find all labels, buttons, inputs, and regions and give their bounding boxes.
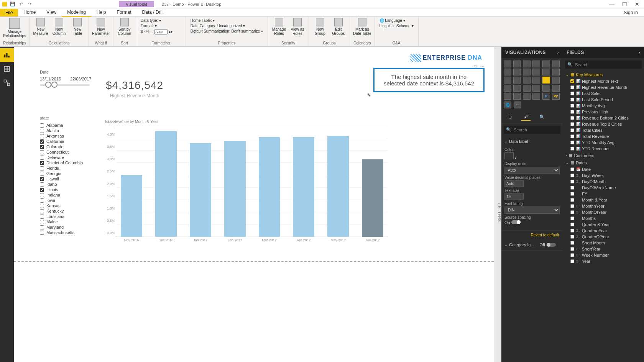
sign-in-link[interactable]: Sign in (624, 10, 644, 15)
field-checkbox[interactable] (570, 235, 574, 239)
field-table-header[interactable]: ⌄ ▦ Dates (563, 159, 644, 166)
viz-type-icon[interactable] (513, 93, 521, 100)
minimize-icon[interactable]: — (609, 1, 614, 7)
analytics-tab-icon[interactable]: 🔍 (537, 113, 547, 121)
new-table-button[interactable]: New Table (69, 18, 85, 36)
viz-pane-header[interactable]: VISUALIZATIONS› (501, 47, 563, 58)
chart-bar[interactable]: Jan 2017 (190, 143, 211, 237)
viz-type-icon[interactable] (523, 85, 531, 92)
sort-by-column-button[interactable]: Sort by Column (117, 18, 133, 36)
fields-tab-icon[interactable]: ⊞ (505, 113, 514, 121)
field-checkbox[interactable] (570, 247, 574, 251)
state-slicer[interactable]: state AlabamaAlaskaArkansasCaliforniaCol… (40, 116, 97, 235)
state-checkbox[interactable] (40, 129, 44, 133)
viz-type-icon[interactable] (504, 61, 511, 67)
viz-type-icon[interactable] (552, 69, 560, 75)
tab-modeling[interactable]: Modeling (62, 8, 91, 17)
field-checkbox[interactable] (570, 98, 574, 102)
field-item[interactable]: 📊Total Revenue (563, 133, 644, 139)
close-icon[interactable]: ✕ (635, 1, 639, 7)
model-view-button[interactable] (0, 76, 14, 90)
state-item[interactable]: Connecticut (40, 149, 97, 155)
field-checkbox[interactable] (570, 253, 574, 257)
new-column-button[interactable]: New Column (51, 18, 67, 36)
report-canvas[interactable]: Date 13/11/2016 22/06/2017 $4,316,542 Hi… (14, 47, 494, 362)
chevron-right-icon[interactable]: › (557, 50, 559, 55)
field-item[interactable]: ΣQuarternYear (563, 228, 644, 234)
state-checkbox[interactable] (40, 231, 44, 235)
field-item[interactable]: 📊Revenue Bottom 2 Cities (563, 115, 644, 121)
state-item[interactable]: Kansas (40, 203, 97, 208)
display-units-select[interactable]: Auto (504, 167, 560, 174)
field-item[interactable]: 📊Last Sale (563, 90, 644, 97)
field-item[interactable]: 📊Last Sale Period (563, 97, 644, 103)
state-item[interactable]: Indiana (40, 192, 97, 198)
state-checkbox[interactable] (40, 193, 44, 197)
field-item[interactable]: FY (563, 191, 644, 197)
chart-bar[interactable]: Feb 2017 (224, 141, 246, 237)
field-item[interactable]: 📊Previous High (563, 109, 644, 115)
viz-type-icon[interactable] (532, 77, 540, 84)
state-checkbox[interactable] (40, 182, 44, 187)
field-checkbox[interactable] (570, 128, 574, 132)
field-item[interactable]: 📊YTD Revenue (563, 146, 644, 152)
viz-type-icon[interactable] (523, 61, 531, 67)
state-checkbox[interactable] (40, 220, 44, 224)
new-parameter-button[interactable]: New Parameter (92, 18, 110, 36)
data-label-section-header[interactable]: ⌄ Data label (504, 138, 560, 145)
state-item[interactable]: Idaho (40, 182, 97, 187)
state-item[interactable]: Maine (40, 219, 97, 224)
edit-groups-button[interactable]: Edit Groups (330, 18, 347, 36)
state-item[interactable]: Maryland (40, 224, 97, 230)
state-checkbox[interactable] (40, 134, 44, 138)
date-from[interactable]: 13/11/2016 (40, 77, 61, 81)
field-checkbox[interactable] (570, 186, 574, 190)
state-item[interactable]: California (40, 139, 97, 144)
state-checkbox[interactable] (40, 156, 44, 160)
revert-to-default-link[interactable]: Revert to default (501, 231, 563, 239)
new-measure-button[interactable]: New Measure (33, 18, 49, 36)
decimal-input[interactable] (504, 180, 524, 187)
field-checkbox[interactable] (570, 259, 574, 263)
state-checkbox[interactable] (40, 150, 44, 154)
field-checkbox[interactable] (570, 223, 574, 226)
field-checkbox[interactable] (570, 92, 574, 95)
font-select[interactable]: DIN (504, 206, 560, 214)
insight-text-card[interactable]: The highest sale month in the selected d… (373, 68, 485, 92)
filters-pane-collapsed[interactable]: ‹FILTERS (494, 47, 501, 362)
mark-date-table-button[interactable]: Mark as Date Table (353, 18, 371, 36)
field-checkbox[interactable] (570, 134, 574, 138)
date-to[interactable]: 22/06/2017 (70, 77, 91, 81)
category-label-section-header[interactable]: ⌄ Category la... Off (504, 241, 560, 249)
undo-icon[interactable]: ↶ (18, 2, 24, 7)
auto-format-input[interactable] (154, 29, 168, 34)
field-table-header[interactable]: › ▦ Customers (563, 152, 644, 159)
date-slicer[interactable]: Date 13/11/2016 22/06/2017 (40, 70, 97, 86)
state-checkbox[interactable] (40, 172, 44, 176)
revenue-bar-chart[interactable]: Total Revenue by Month & Year 0.0M0.5M1.… (104, 120, 388, 246)
viz-type-icon[interactable] (513, 85, 521, 92)
state-item[interactable]: Kentucky (40, 208, 97, 214)
state-item[interactable]: Florida (40, 165, 97, 171)
field-item[interactable]: ΣMonthOfYear (563, 209, 644, 215)
manage-roles-button[interactable]: Manage Roles (271, 18, 287, 36)
field-item[interactable]: Short Month (563, 240, 644, 246)
field-item[interactable]: ΣYear (563, 258, 644, 264)
field-checkbox[interactable] (570, 141, 574, 144)
field-checkbox[interactable] (570, 85, 574, 89)
field-checkbox[interactable] (570, 192, 574, 196)
view-as-roles-button[interactable]: View as Roles (289, 18, 306, 36)
viz-type-icon[interactable] (523, 93, 531, 100)
viz-type-icon[interactable] (542, 85, 550, 92)
chart-bar[interactable]: Dec 2016 (155, 131, 177, 237)
viz-more-icon[interactable]: ⋯ (514, 102, 521, 108)
tab-home[interactable]: Home (18, 8, 41, 17)
viz-type-icon[interactable] (532, 85, 540, 92)
viz-type-icon[interactable] (523, 69, 531, 75)
field-item[interactable]: ΣMonthnYear (563, 203, 644, 209)
field-item[interactable]: 📊Revenue Top 2 Cities (563, 121, 644, 127)
chart-bar[interactable]: May 2017 (327, 136, 349, 237)
tab-view[interactable]: View (41, 8, 62, 17)
category-toggle[interactable] (547, 243, 556, 247)
viz-type-icon[interactable] (532, 69, 540, 75)
